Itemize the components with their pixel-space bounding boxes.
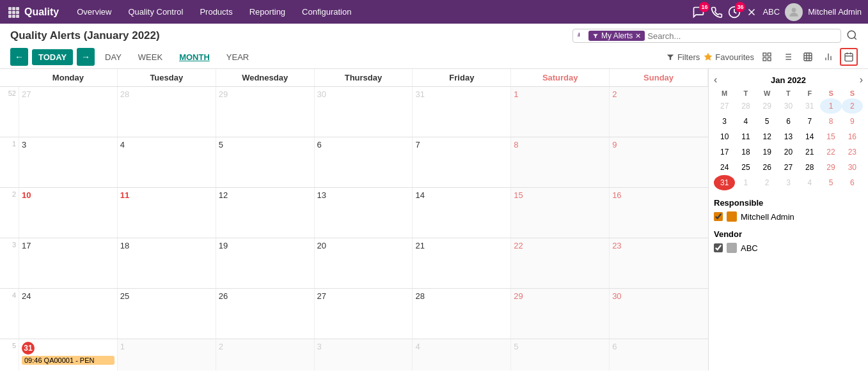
next-button[interactable]: → [77,48,95,66]
clock-icon-btn[interactable]: 36 [728,6,741,19]
mini-cal-day[interactable]: 28 [735,98,756,114]
nav-products[interactable]: Products [192,4,240,19]
grid-view-btn[interactable] [799,48,817,66]
mini-cal-day[interactable]: 17 [714,144,735,160]
cal-cell-feb4[interactable]: 4 [413,339,511,371]
mini-cal-day[interactable]: 7 [799,114,820,129]
cal-cell-jan30[interactable]: 30 [610,289,708,339]
cal-cell-feb2[interactable]: 2 [216,339,315,371]
view-month-btn[interactable]: MONTH [173,50,216,65]
cal-cell-31[interactable]: 31 [413,87,511,137]
mini-cal-day[interactable]: 29 [757,98,778,114]
nav-reporting[interactable]: Reporting [242,4,293,19]
mini-cal-day[interactable]: 25 [735,160,756,175]
nav-quality-control[interactable]: Quality Control [120,4,191,19]
cal-cell-jan11[interactable]: 11 [118,188,216,238]
mini-cal-day[interactable]: 2 [757,175,778,190]
mini-cal-day[interactable]: 12 [757,129,778,144]
cal-cell-jan14[interactable]: 14 [413,188,511,238]
cal-cell-jan27[interactable]: 27 [315,289,413,339]
username-label[interactable]: Mitchell Admin [808,7,862,17]
messages-icon-btn[interactable]: 16 [692,6,705,19]
nav-configuration[interactable]: Configuration [294,4,359,19]
my-alerts-tag[interactable]: My Alerts ✕ [588,31,645,41]
vendor-checkbox-abc[interactable] [714,243,723,252]
cal-cell-jan18[interactable]: 18 [118,238,216,288]
mini-cal-day[interactable]: 27 [714,98,735,114]
cal-cell-29[interactable]: 29 [216,87,315,137]
favourites-btn[interactable]: Favourites [704,52,754,62]
mini-cal-day[interactable]: 5 [757,114,778,129]
mini-cal-day[interactable]: 24 [714,160,735,175]
list-view-btn[interactable] [778,48,796,66]
search-input[interactable] [647,31,837,41]
nav-overview[interactable]: Overview [69,4,119,19]
cal-cell-27[interactable]: 27 [19,87,118,137]
my-alerts-close[interactable]: ✕ [635,32,641,40]
cal-cell-jan10[interactable]: 10 [19,188,118,238]
mini-cal-day[interactable]: 9 [842,114,863,129]
cal-cell-28[interactable]: 28 [118,87,216,137]
mini-cal-day[interactable]: 14 [799,129,820,144]
avatar[interactable] [785,3,803,21]
calendar-view-btn[interactable] [840,48,858,66]
kanban-view-btn[interactable] [758,48,776,66]
mini-cal-day[interactable]: 15 [820,129,841,144]
mini-cal-day[interactable]: 8 [820,114,841,129]
prev-button[interactable]: ← [10,48,28,66]
cal-cell-jan28[interactable]: 28 [413,289,511,339]
cal-cell-jan16[interactable]: 16 [610,188,708,238]
mini-cal-day[interactable]: 30 [842,160,863,175]
mini-cal-day[interactable]: 31 [799,98,820,114]
mini-cal-day[interactable]: 5 [820,175,841,190]
mini-cal-day[interactable]: 19 [757,144,778,160]
topnav-abc[interactable]: ABC [762,7,780,17]
mini-cal-day[interactable]: 6 [778,114,799,129]
cal-cell-jan19[interactable]: 19 [216,238,315,288]
cal-cell-feb5[interactable]: 5 [511,339,610,371]
mini-cal-day[interactable]: 20 [778,144,799,160]
search-icon-btn[interactable] [846,29,858,43]
cal-cell-jan22[interactable]: 22 [511,238,610,288]
cal-cell-feb6[interactable]: 6 [610,339,708,371]
mini-prev-btn[interactable]: ‹ [714,74,717,86]
phone-icon-btn[interactable] [710,6,723,19]
cal-cell-jan5[interactable]: 5 [216,137,315,187]
bar-chart-view-btn[interactable] [819,48,837,66]
cal-cell-jan31[interactable]: 31 09:46 QA00001 - PEN [19,339,118,371]
cal-cell-jan21[interactable]: 21 [413,238,511,288]
mini-cal-day[interactable]: 2 [842,98,863,114]
mini-cal-day[interactable]: 21 [799,144,820,160]
today-button[interactable]: TODAY [32,49,73,65]
cal-cell-jan15[interactable]: 15 [511,188,610,238]
cal-cell-jan7[interactable]: 7 [413,137,511,187]
view-week-btn[interactable]: WEEK [132,50,169,65]
cal-cell-jan6[interactable]: 6 [315,137,413,187]
view-day-btn[interactable]: DAY [99,50,128,65]
cal-cell-jan26[interactable]: 26 [216,289,315,339]
cal-cell-feb3[interactable]: 3 [315,339,413,371]
mini-next-btn[interactable]: › [860,74,863,86]
responsible-checkbox-mitchell[interactable] [714,212,723,221]
mini-cal-day[interactable]: 29 [820,160,841,175]
cal-cell-jan20[interactable]: 20 [315,238,413,288]
mini-cal-day[interactable]: 1 [820,98,841,114]
cal-cell-jan29[interactable]: 29 [511,289,610,339]
cal-cell-jan17[interactable]: 17 [19,238,118,288]
mini-cal-day[interactable]: 16 [842,129,863,144]
mini-cal-day[interactable]: 13 [778,129,799,144]
mini-cal-day[interactable]: 3 [714,114,735,129]
mini-cal-day[interactable]: 22 [820,144,841,160]
cal-cell-jan23[interactable]: 23 [610,238,708,288]
mini-cal-day[interactable]: 3 [778,175,799,190]
mini-cal-day[interactable]: 18 [735,144,756,160]
mini-cal-day[interactable]: 11 [735,129,756,144]
mini-cal-day[interactable]: 28 [799,160,820,175]
mini-cal-day[interactable]: 4 [735,114,756,129]
cal-cell-jan24[interactable]: 24 [19,289,118,339]
close-icon-btn[interactable] [746,6,757,18]
mini-cal-day[interactable]: 27 [778,160,799,175]
filters-btn[interactable]: Filters [666,52,700,62]
cal-cell-jan4[interactable]: 4 [118,137,216,187]
mini-cal-day[interactable]: 26 [757,160,778,175]
